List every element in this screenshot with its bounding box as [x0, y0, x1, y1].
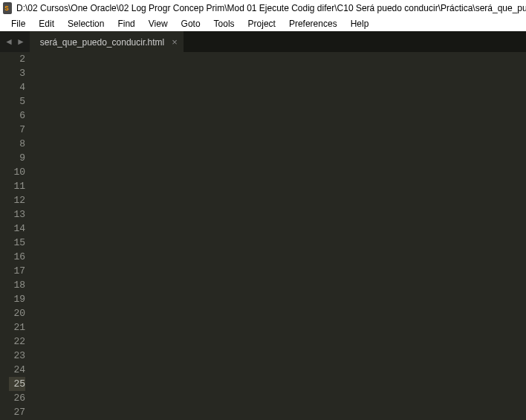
line-number: 14: [9, 222, 25, 236]
line-number: 26: [9, 391, 25, 405]
line-number: 27: [9, 405, 25, 419]
line-number: 10: [9, 165, 25, 179]
tab-strip-empty: [184, 31, 526, 52]
line-number: 11: [9, 179, 25, 193]
line-number: 5: [9, 94, 25, 109]
line-number: 9: [9, 151, 25, 165]
tab-strip: ◄ ► será_que_puedo_conducir.html ×: [0, 31, 526, 52]
line-number: 17: [9, 264, 25, 278]
window-title: D:\02 Cursos\One Oracle\02 Log Progr Con…: [16, 3, 526, 13]
menu-file[interactable]: File: [4, 17, 32, 30]
line-number: 19: [9, 292, 25, 306]
line-number: 3: [9, 66, 25, 80]
line-number: 7: [9, 123, 25, 137]
menu-goto[interactable]: Goto: [175, 17, 207, 30]
tab-active[interactable]: será_que_puedo_conducir.html ×: [30, 31, 184, 52]
nav-forward-icon[interactable]: ►: [16, 36, 25, 47]
nav-back-icon[interactable]: ◄: [4, 36, 13, 47]
line-number: 13: [9, 207, 25, 222]
app-icon: S: [3, 2, 12, 14]
tab-close-icon[interactable]: ×: [172, 36, 178, 48]
line-number: 24: [9, 363, 25, 377]
line-number: 15: [9, 236, 25, 250]
menu-bar: File Edit Selection Find View Goto Tools…: [0, 16, 526, 31]
menu-tools[interactable]: Tools: [207, 17, 241, 30]
line-number: 22: [9, 335, 25, 349]
line-number: 4: [9, 80, 25, 94]
menu-preferences[interactable]: Preferences: [282, 17, 344, 30]
line-number: 23: [9, 349, 25, 363]
menu-project[interactable]: Project: [241, 17, 282, 30]
line-number: 8: [9, 137, 25, 151]
svg-text:S: S: [4, 5, 9, 12]
line-number: 25: [9, 377, 25, 391]
gutter: 2345678910111213141516171819202122232425…: [0, 52, 34, 419]
menu-help[interactable]: Help: [344, 17, 376, 30]
tab-nav: ◄ ►: [0, 31, 30, 52]
line-number: 20: [9, 306, 25, 320]
line-number: 21: [9, 320, 25, 335]
line-number: 18: [9, 278, 25, 292]
menu-edit[interactable]: Edit: [32, 17, 61, 30]
menu-find[interactable]: Find: [111, 17, 141, 30]
window-title-bar: S D:\02 Cursos\One Oracle\02 Log Progr C…: [0, 0, 526, 16]
line-number: 12: [9, 193, 25, 207]
tab-label: será_que_puedo_conducir.html: [40, 37, 164, 48]
line-number: 2: [9, 52, 25, 66]
menu-view[interactable]: View: [142, 17, 175, 30]
editor[interactable]: 2345678910111213141516171819202122232425…: [0, 52, 526, 419]
menu-selection[interactable]: Selection: [61, 17, 111, 30]
line-number: 6: [9, 109, 25, 123]
line-number: 16: [9, 250, 25, 264]
code-area[interactable]: [34, 52, 526, 419]
